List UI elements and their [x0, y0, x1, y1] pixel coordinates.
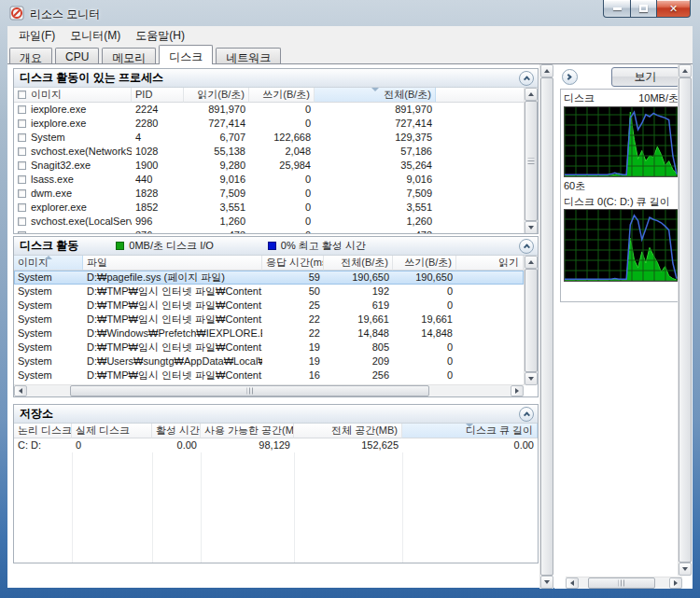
row-checkbox[interactable] — [18, 175, 26, 184]
menu-help[interactable]: 도움말(H) — [128, 26, 192, 46]
column-write[interactable]: 쓰기(B/초) — [249, 88, 315, 103]
table-cell — [456, 341, 524, 355]
table-row[interactable]: svchost.exe(LocalService)9961,26001,260 — [14, 215, 524, 229]
tab-network[interactable]: 네트워크 — [216, 48, 281, 63]
minimize-button[interactable] — [603, 0, 631, 18]
select-all-checkbox[interactable] — [18, 90, 26, 99]
disk-activity-column-headers: 이미지 파일 응답 시간(ms) 전체(B/초) 쓰기(B/초) 읽기 — [14, 256, 524, 271]
column-total[interactable]: 전체(B/초) — [324, 256, 393, 271]
table-row[interactable]: iexplore.exe2224891,9700891,970 — [14, 103, 524, 117]
active-time-legend: 0% 최고 활성 시간 — [268, 239, 366, 253]
scroll-up-button[interactable] — [540, 64, 553, 77]
scrollbar-thumb[interactable] — [679, 77, 692, 563]
table-row[interactable]: SystemD:₩TMP₩임시 인터넷 파일₩Content.IE5₩RS8OB… — [14, 285, 524, 299]
tab-overview[interactable]: 개요 — [9, 48, 52, 63]
table-row[interactable]: lsass.exe4409,01609,016 — [14, 173, 524, 187]
scroll-up-button[interactable] — [525, 256, 538, 269]
row-checkbox[interactable] — [18, 231, 26, 234]
table-row[interactable]: SystemD:₩TMP₩임시 인터넷 파일₩Content.IE5₩LR7FS… — [14, 313, 524, 327]
tab-disk[interactable]: 디스크 — [159, 45, 213, 64]
row-checkbox[interactable] — [18, 217, 26, 226]
scroll-down-button[interactable] — [679, 563, 692, 576]
row-checkbox[interactable] — [18, 119, 26, 128]
table-row[interactable]: SystemD:₩Windows₩Prefetch₩IEXPLORE.EXE-9… — [14, 327, 524, 341]
column-physical-disk[interactable]: 실제 디스크 — [72, 424, 152, 438]
tab-memory[interactable]: 메모리 — [102, 48, 156, 63]
row-checkbox[interactable] — [18, 147, 26, 156]
scrollbar-track[interactable] — [579, 577, 669, 589]
column-image-sorted[interactable]: 이미지 — [14, 256, 83, 271]
column-disk-queue-sorted[interactable]: 디스크 큐 길이 — [402, 424, 538, 438]
menu-monitor[interactable]: 모니터(M) — [63, 26, 128, 46]
table-row[interactable]: SystemD:₩TMP₩임시 인터넷 파일₩Content.IE5₩0750I… — [14, 369, 524, 382]
scrollbar-thumb[interactable] — [70, 385, 429, 396]
table-row[interactable]: C: D:00.0098,129152,6250.00 — [14, 438, 538, 452]
table-cell: 256 — [324, 369, 393, 382]
scroll-down-button[interactable] — [525, 221, 538, 234]
menu-file[interactable]: 파일(F) — [11, 26, 63, 46]
scroll-up-button[interactable] — [525, 88, 538, 101]
column-active-time[interactable]: 활성 시간(%) — [152, 424, 201, 438]
left-pane-vertical-scrollbar[interactable] — [539, 64, 553, 589]
scrollbar-thumb[interactable] — [525, 269, 538, 372]
table-row[interactable]: System46,707122,668129,375 — [14, 131, 524, 145]
scrollbar-thumb[interactable] — [525, 101, 538, 221]
scrollbar-thumb[interactable] — [588, 577, 655, 589]
maximize-button[interactable] — [631, 0, 657, 18]
column-read[interactable]: 읽기 — [456, 256, 524, 271]
column-available-space[interactable]: 사용 가능한 공간(MB) — [201, 424, 294, 438]
scroll-up-button[interactable] — [679, 64, 692, 77]
collapse-right-pane-button[interactable] — [562, 69, 578, 85]
column-write[interactable]: 쓰기(B/초) — [393, 256, 456, 271]
row-checkbox[interactable] — [18, 105, 26, 114]
scroll-left-button[interactable] — [566, 577, 579, 589]
column-pid[interactable]: PID — [132, 88, 184, 103]
table-cell: 55,138 — [184, 145, 249, 159]
scrollbar-thumb[interactable] — [540, 77, 553, 576]
storage-table-body: C: D:00.0098,129152,6250.00 — [14, 438, 538, 452]
scrollbar-track[interactable] — [27, 385, 511, 396]
collapse-storage-button[interactable] — [519, 407, 534, 422]
scroll-left-button[interactable] — [14, 385, 27, 396]
table-row[interactable]: csrss.exe3764730473 — [14, 229, 524, 234]
column-response-time[interactable]: 응답 시간(ms) — [262, 256, 324, 271]
table-row[interactable]: dwm.exe18287,50907,509 — [14, 187, 524, 201]
right-pane-vertical-scrollbar[interactable] — [678, 64, 692, 576]
row-checkbox[interactable] — [18, 161, 26, 170]
table-row[interactable]: SystemD:₩pagefile.sys (페이지 파일)59190,6501… — [14, 271, 524, 285]
table-row[interactable]: SystemD:₩Users₩sungtg₩AppData₩Local₩Micr… — [14, 355, 524, 369]
tab-cpu[interactable]: CPU — [55, 48, 99, 63]
close-button[interactable]: ✕ — [657, 0, 691, 18]
scroll-down-button[interactable] — [540, 576, 553, 589]
table-row[interactable]: explorer.exe18523,55103,551 — [14, 201, 524, 215]
processes-vertical-scrollbar[interactable] — [524, 88, 538, 234]
column-physical-disk-label: 실제 디스크 — [76, 424, 130, 436]
table-row[interactable]: SystemD:₩TMP₩임시 인터넷 파일₩Content.IE5₩OVNG0… — [14, 299, 524, 313]
column-total-space[interactable]: 전체 공간(MB) — [294, 424, 402, 438]
view-button[interactable]: 보기 — [611, 67, 679, 87]
table-cell — [456, 299, 524, 313]
collapse-disk-activity-button[interactable] — [519, 239, 534, 254]
column-logical-disk[interactable]: 논리 디스크 — [14, 424, 72, 438]
column-image[interactable]: 이미지 — [14, 88, 132, 103]
right-pane-horizontal-scrollbar[interactable] — [566, 577, 682, 589]
column-divider — [294, 452, 295, 563]
column-read[interactable]: 읽기(B/초) — [184, 88, 249, 103]
disk-activity-vertical-scrollbar[interactable] — [524, 256, 538, 385]
table-row[interactable]: iexplore.exe2280727,4140727,414 — [14, 117, 524, 131]
table-row[interactable]: Snagit32.exe19009,28025,98435,264 — [14, 159, 524, 173]
collapse-processes-button[interactable] — [519, 71, 534, 86]
table-cell: 19 — [262, 355, 324, 369]
scroll-right-button[interactable] — [669, 577, 682, 589]
table-cell: System — [14, 341, 83, 355]
disk-activity-horizontal-scrollbar[interactable] — [14, 384, 524, 396]
column-file[interactable]: 파일 — [83, 256, 262, 271]
row-checkbox[interactable] — [18, 203, 26, 212]
table-row[interactable]: SystemD:₩TMP₩임시 인터넷 파일₩Content.IE5₩0HBUW… — [14, 341, 524, 355]
scroll-down-button[interactable] — [525, 372, 538, 385]
table-row[interactable]: svchost.exe(NetworkSer...102855,1382,048… — [14, 145, 524, 159]
row-checkbox[interactable] — [18, 133, 26, 142]
row-checkbox[interactable] — [18, 189, 26, 198]
column-total-sorted[interactable]: 전체(B/초) — [315, 88, 436, 103]
scroll-right-button[interactable] — [511, 385, 524, 396]
